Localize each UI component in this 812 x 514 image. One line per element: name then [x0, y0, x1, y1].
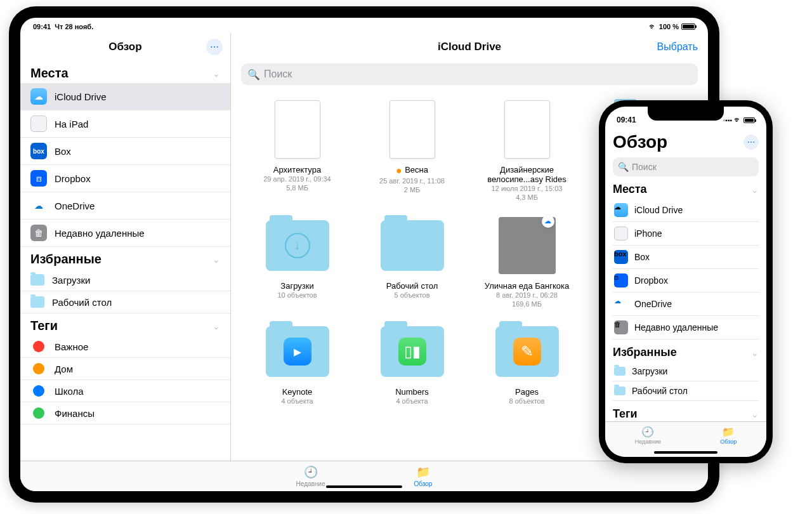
- sidebar-item-label: Загрузки: [632, 366, 667, 376]
- home-indicator[interactable]: [654, 451, 717, 454]
- sidebar-item-dropbox[interactable]: ⧈Dropbox: [20, 165, 230, 192]
- section-places[interactable]: Места ⌄: [20, 61, 230, 83]
- sidebar: Обзор ⋯ Места ⌄ ☁iCloud Drive На iPad bo…: [20, 33, 231, 461]
- sidebar-item-label: Недавно удаленные: [634, 322, 718, 333]
- cellular-icon: ▫▪▪▪: [723, 117, 732, 124]
- sidebar-item-trash[interactable]: 🗑Недавно удаленные: [20, 220, 230, 247]
- tab-label: Недавние: [296, 480, 325, 487]
- sidebar-item-box[interactable]: boxBox: [613, 246, 759, 269]
- tab-recent[interactable]: 🕘Недавние: [296, 465, 325, 487]
- numbers-icon: ▯▮: [398, 338, 426, 366]
- more-button[interactable]: ⋯: [206, 39, 223, 55]
- device-icon: [30, 115, 47, 132]
- battery-icon: [681, 23, 695, 30]
- ipad-status-bar: 09:41 Чт 28 нояб. ᯤ 100 %: [20, 18, 708, 33]
- more-button[interactable]: ⋯: [743, 135, 759, 150]
- sidebar-tag-home[interactable]: Дом: [20, 358, 230, 380]
- keynote-icon: ▸: [284, 338, 311, 366]
- file-size: 4,3 МБ: [516, 193, 538, 202]
- home-indicator[interactable]: [326, 485, 402, 488]
- file-item[interactable]: ▸Keynote4 объекта: [244, 320, 351, 405]
- clock-icon: 🕘: [304, 465, 318, 479]
- section-tags[interactable]: Теги ⌄: [20, 313, 230, 336]
- sidebar-item-downloads[interactable]: Загрузки: [613, 362, 759, 381]
- file-item[interactable]: Дизайнерские велосипе...asy Rides12 июля…: [473, 98, 580, 202]
- cloud-icon: ☁: [614, 203, 628, 217]
- sidebar-item-label: На iPad: [55, 119, 88, 129]
- sidebar-tag-important[interactable]: Важное: [20, 336, 230, 358]
- file-item[interactable]: ● Весна25 авг. 2019 г., 11:082 МБ: [358, 98, 466, 202]
- file-name: Уличная еда Бангкока: [485, 281, 569, 291]
- file-item[interactable]: ☁Уличная еда Бангкока8 авг. 2019 г., 06:…: [473, 214, 580, 309]
- file-item[interactable]: ▯▮Numbers4 объекта: [358, 320, 466, 405]
- sidebar-tag-finance[interactable]: Финансы: [20, 402, 230, 425]
- sidebar-item-label: iCloud Drive: [634, 205, 683, 215]
- file-name: Numbers: [395, 387, 429, 397]
- tab-browse[interactable]: 📁Обзор: [414, 465, 433, 487]
- tab-recent[interactable]: 🕘Недавние: [635, 426, 661, 445]
- chevron-down-icon: ⌄: [213, 69, 220, 79]
- file-meta: 5 объектов: [394, 291, 429, 300]
- file-size: 5,8 МБ: [286, 183, 308, 192]
- battery-percent: 100 %: [659, 23, 679, 30]
- status-date: Чт 28 нояб.: [55, 23, 93, 30]
- file-item[interactable]: Загрузки10 объектов: [244, 214, 351, 309]
- sidebar-item-box[interactable]: boxBox: [20, 138, 230, 165]
- folder-icon: 📁: [416, 465, 430, 479]
- tag-dot-icon: [33, 407, 44, 419]
- file-thumbnail: [263, 214, 332, 277]
- pages-icon: ✎: [513, 338, 541, 366]
- status-time: 09:41: [33, 23, 51, 30]
- file-item[interactable]: Архитектура29 апр. 2019 г., 09:345,8 МБ: [244, 98, 351, 202]
- cloud-icon: ☁: [30, 88, 47, 105]
- sidebar-item-onedrive[interactable]: ☁OneDrive: [613, 293, 759, 316]
- file-meta: 25 авг. 2019 г., 11:08: [379, 176, 445, 185]
- select-button[interactable]: Выбрать: [657, 41, 698, 53]
- sidebar-item-trash[interactable]: 🗑Недавно удаленные: [613, 316, 759, 339]
- file-item[interactable]: ✎Pages8 объектов: [473, 320, 580, 405]
- file-size: 2 МБ: [404, 185, 421, 194]
- file-thumbnail: [263, 98, 332, 161]
- search-placeholder: Поиск: [264, 69, 292, 80]
- search-icon: 🔍: [247, 69, 260, 81]
- file-thumbnail: [377, 214, 447, 277]
- file-name: Pages: [515, 387, 539, 397]
- file-name: Рабочий стол: [386, 281, 438, 291]
- sidebar-item-label: Загрузки: [52, 275, 90, 286]
- sidebar-item-dropbox[interactable]: ⧈Dropbox: [613, 269, 759, 293]
- file-name: ● Весна: [396, 165, 428, 176]
- clock-icon: 🕘: [641, 426, 654, 438]
- folder-icon: [614, 367, 625, 376]
- notch: [648, 107, 724, 121]
- trash-icon: 🗑: [614, 320, 628, 334]
- box-icon: box: [614, 250, 628, 264]
- folder-icon: 📁: [722, 426, 735, 438]
- section-label: Теги: [613, 407, 638, 421]
- section-places[interactable]: Места⌄: [613, 176, 759, 199]
- box-icon: box: [30, 143, 47, 159]
- sidebar-item-downloads[interactable]: Загрузки: [20, 269, 230, 291]
- search-input[interactable]: 🔍 Поиск: [241, 63, 698, 85]
- search-input[interactable]: 🔍 Поиск: [613, 157, 759, 176]
- section-favorites[interactable]: Избранные⌄: [613, 339, 759, 362]
- section-tags[interactable]: Теги⌄: [613, 401, 759, 421]
- sidebar-item-desktop[interactable]: Рабочий стол: [20, 291, 230, 313]
- file-thumbnail: ▸: [263, 320, 332, 383]
- section-label: Избранные: [613, 346, 677, 359]
- sidebar-item-onedrive[interactable]: ☁OneDrive: [20, 192, 230, 220]
- sidebar-tag-school[interactable]: Школа: [20, 380, 230, 402]
- sidebar-item-iphone[interactable]: iPhone: [613, 222, 759, 246]
- tag-dot-icon: [33, 363, 44, 374]
- section-favorites[interactable]: Избранные ⌄: [20, 247, 230, 269]
- file-meta: 4 объекта: [396, 397, 428, 405]
- file-item[interactable]: Рабочий стол5 объектов: [358, 214, 466, 309]
- sidebar-item-icloud[interactable]: ☁iCloud Drive: [613, 199, 759, 222]
- sidebar-item-on-ipad[interactable]: На iPad: [20, 110, 230, 138]
- sidebar-item-desktop[interactable]: Рабочий стол: [613, 381, 759, 401]
- iphone-screen: 09:41 ▫▪▪▪ ᯤ Обзор ⋯ 🔍 Поиск Места⌄ ☁iCl…: [605, 107, 766, 457]
- device-icon: [614, 227, 628, 241]
- tab-browse[interactable]: 📁Обзор: [720, 426, 737, 445]
- sidebar-item-icloud[interactable]: ☁iCloud Drive: [20, 83, 230, 110]
- tab-label: Обзор: [414, 480, 433, 487]
- chevron-down-icon: ⌄: [213, 254, 220, 265]
